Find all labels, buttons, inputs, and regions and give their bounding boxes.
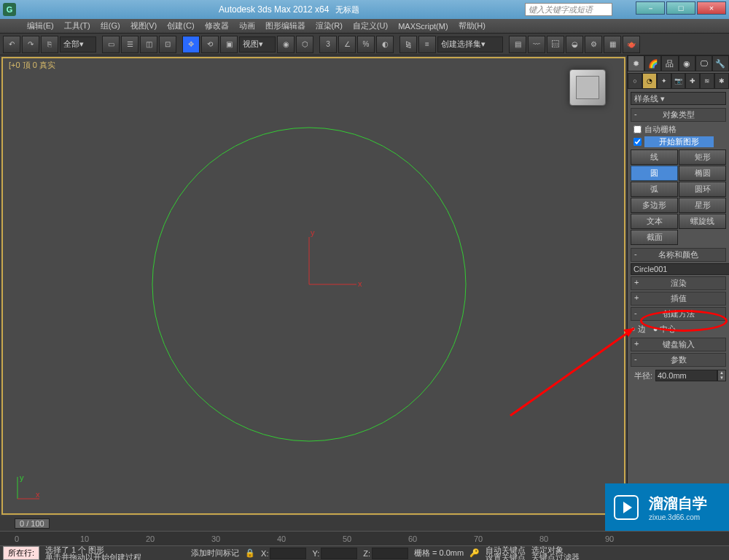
rollout-params[interactable]: 参数 xyxy=(631,353,726,367)
close-button[interactable]: × xyxy=(697,1,726,15)
percent-snap-toggle[interactable]: % xyxy=(357,36,375,53)
viewport-label[interactable]: [+0 顶 0 真实 xyxy=(9,60,55,71)
object-name-input[interactable] xyxy=(631,263,729,275)
search-input[interactable]: 键入关键字或短语 xyxy=(525,3,612,16)
star-button[interactable]: 星形 xyxy=(679,198,726,213)
selobj-drop[interactable]: 选定对象 xyxy=(531,546,580,553)
minimize-button[interactable]: － xyxy=(636,1,665,15)
rectangle-button[interactable]: 矩形 xyxy=(679,149,726,165)
modify-tab[interactable]: 🌈 xyxy=(644,55,661,71)
time-handle[interactable]: 0 / 100 xyxy=(15,518,50,529)
geometry-subtab[interactable]: ○ xyxy=(628,73,642,89)
render-frame-button[interactable]: ▦ xyxy=(604,36,621,53)
lights-subtab[interactable]: ✦ xyxy=(657,73,671,89)
lock-icon[interactable]: 🔒 xyxy=(245,548,255,558)
radius-spinner[interactable]: ▲▼ xyxy=(655,370,726,381)
key-icon[interactable]: 🔑 xyxy=(469,548,480,558)
select-region-button[interactable]: ◫ xyxy=(140,36,157,53)
create-tab[interactable]: ✹ xyxy=(628,55,644,71)
ngon-button[interactable]: 多边形 xyxy=(631,198,678,213)
menu-rendering[interactable]: 渲染(R) xyxy=(311,20,348,31)
render-button[interactable]: 🫖 xyxy=(623,36,640,53)
redo-button[interactable]: ↷ xyxy=(22,36,39,53)
z-coord[interactable]: Z: xyxy=(363,548,408,559)
named-selset-dropdown[interactable]: 创建选择集 ▾ xyxy=(437,36,503,52)
motion-tab[interactable]: ◉ xyxy=(679,55,695,71)
startnew-checkbox[interactable]: 开始新图形 xyxy=(631,136,726,148)
add-time-tag[interactable]: 添加时间标记 xyxy=(191,548,239,559)
track-bar[interactable]: 0 10 20 30 40 50 60 70 80 90 xyxy=(0,531,729,545)
keyfilter-button[interactable]: 关键点过滤器 xyxy=(531,553,580,561)
section-button[interactable]: 截面 xyxy=(631,230,678,245)
time-slider[interactable]: 0 / 100 xyxy=(0,516,627,531)
donut-button[interactable]: 圆环 xyxy=(679,182,726,197)
name-color-row xyxy=(631,263,726,275)
x-coord[interactable]: X: xyxy=(261,548,306,559)
utilities-tab[interactable]: 🔧 xyxy=(712,55,729,71)
cameras-subtab[interactable]: 📷 xyxy=(671,73,686,89)
edge-radio[interactable]: ○ 边 xyxy=(631,324,646,335)
undo-button[interactable]: ↶ xyxy=(3,36,20,53)
menu-edit[interactable]: 编辑(E) xyxy=(22,20,59,31)
menu-group[interactable]: 组(G) xyxy=(95,20,125,31)
rollout-interp[interactable]: 插值 xyxy=(631,292,726,306)
shapes-subtab[interactable]: ◔ xyxy=(642,73,657,89)
rollout-object-type[interactable]: 对象类型 xyxy=(631,108,726,122)
align-button[interactable]: ≡ xyxy=(418,36,436,53)
display-tab[interactable]: 🖵 xyxy=(695,55,712,71)
scale-button[interactable]: ▣ xyxy=(220,36,238,53)
category-dropdown[interactable]: 样条线 ▾ xyxy=(631,92,726,105)
menu-help[interactable]: 帮助(H) xyxy=(453,20,491,31)
systems-subtab[interactable]: ✱ xyxy=(714,73,729,89)
snap-toggle[interactable]: 3 xyxy=(319,36,337,53)
angle-snap-toggle[interactable]: ∠ xyxy=(338,36,356,53)
move-button[interactable]: ✥ xyxy=(182,36,200,53)
hierarchy-tab[interactable]: 品 xyxy=(661,55,678,71)
curve-editor-button[interactable]: 〰 xyxy=(528,36,545,53)
material-editor-button[interactable]: ◒ xyxy=(566,36,583,53)
ellipse-button[interactable]: 椭圆 xyxy=(679,166,726,181)
maximize-button[interactable]: □ xyxy=(666,1,695,15)
autogrid-checkbox[interactable]: 自动栅格 xyxy=(631,123,726,136)
radius-input[interactable] xyxy=(655,370,717,381)
menu-maxscript[interactable]: MAXScript(M) xyxy=(393,22,453,31)
helpers-subtab[interactable]: ✚ xyxy=(685,73,700,89)
link-button[interactable]: ⎘ xyxy=(41,36,58,53)
arc-button[interactable]: 弧 xyxy=(631,182,678,197)
mirror-button[interactable]: ⧎ xyxy=(399,36,417,53)
spinner-arrows[interactable]: ▲▼ xyxy=(717,370,726,381)
y-coord[interactable]: Y: xyxy=(312,548,357,559)
menu-views[interactable]: 视图(V) xyxy=(125,20,163,31)
viewport[interactable]: [+0 顶 0 真实 y x y x xyxy=(1,57,625,515)
menu-grapheditors[interactable]: 图形编辑器 xyxy=(260,20,311,31)
rollout-render[interactable]: 渲染 xyxy=(631,276,726,290)
layers-button[interactable]: ▤ xyxy=(509,36,526,53)
rollout-keyboard[interactable]: 键盘输入 xyxy=(631,338,726,351)
window-crossing-button[interactable]: ⊡ xyxy=(159,36,176,53)
line-button[interactable]: 线 xyxy=(631,149,678,165)
menu-animation[interactable]: 动画 xyxy=(234,20,260,31)
rollout-create-method[interactable]: 创建方法 xyxy=(631,307,726,321)
manipulate-button[interactable]: ⬡ xyxy=(296,36,313,53)
menu-customize[interactable]: 自定义(U) xyxy=(348,20,393,31)
text-button[interactable]: 文本 xyxy=(631,214,678,229)
spinner-snap-toggle[interactable]: ◐ xyxy=(376,36,394,53)
rotate-button[interactable]: ⟲ xyxy=(201,36,219,53)
setkey-button[interactable]: 设置关键点 xyxy=(486,553,526,561)
autokey-button[interactable]: 自动关键点 xyxy=(486,546,526,553)
render-setup-button[interactable]: ⚙ xyxy=(585,36,602,53)
filter-dropdown[interactable]: 全部 ▾ xyxy=(60,36,96,52)
refcoord-dropdown[interactable]: 视图 ▾ xyxy=(239,36,276,52)
menu-modifiers[interactable]: 修改器 xyxy=(200,20,234,31)
circle-button[interactable]: 圆 xyxy=(631,166,678,181)
select-name-button[interactable]: ☰ xyxy=(121,36,139,53)
pivot-button[interactable]: ◉ xyxy=(277,36,295,53)
helix-button[interactable]: 螺旋线 xyxy=(679,214,726,229)
center-radio[interactable]: ● 中心 xyxy=(653,324,677,335)
select-button[interactable]: ▭ xyxy=(102,36,120,53)
rollout-name-color[interactable]: 名称和颜色 xyxy=(631,248,726,262)
menu-tools[interactable]: 工具(T) xyxy=(59,20,95,31)
menu-create[interactable]: 创建(C) xyxy=(162,20,199,31)
schematic-button[interactable]: ⿳ xyxy=(547,36,564,53)
spacewarps-subtab[interactable]: ≋ xyxy=(700,73,714,89)
